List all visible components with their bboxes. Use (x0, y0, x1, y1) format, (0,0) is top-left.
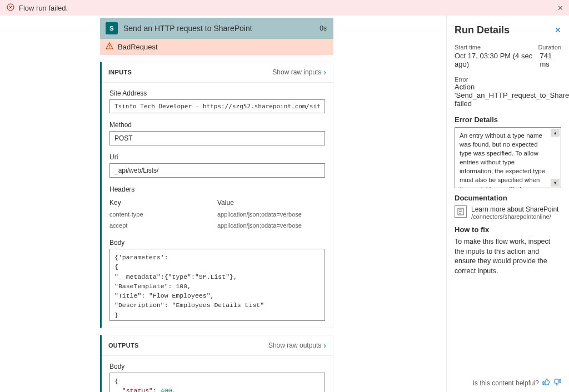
svg-point-4 (109, 47, 109, 48)
inputs-section-label: INPUTS (108, 69, 132, 76)
close-panel-icon[interactable]: ✕ (555, 26, 561, 34)
body-input-code[interactable]: {'parameters': { "__metadata":{"type":"S… (109, 249, 325, 321)
document-icon (455, 205, 467, 218)
action-title: Send an HTTP request to SharePoint (123, 24, 252, 33)
doc-link-title: Learn more about SharePoint (471, 205, 558, 213)
error-circle-icon (7, 3, 14, 13)
body-output-code[interactable]: { "status": 400, "message": "An entry wi… (109, 373, 325, 392)
close-banner-icon[interactable]: ✕ (557, 4, 563, 12)
scroll-up-icon[interactable]: ▴ (551, 129, 560, 137)
badrequest-bar: BadRequest (100, 39, 333, 55)
action-duration: 0s (320, 24, 327, 32)
table-row: content-type application/json;odata=verb… (109, 209, 325, 220)
outputs-section-label: OUTPUTS (108, 342, 139, 349)
method-input[interactable] (109, 131, 325, 145)
howto-text: To make this flow work, inspect the inpu… (455, 237, 561, 276)
site-address-label: Site Address (109, 89, 325, 97)
start-time-value: Oct 17, 03:30 PM (4 sec ago) (455, 52, 540, 68)
error-details-label: Error Details (455, 115, 561, 124)
chevron-right-icon: › (323, 341, 326, 350)
output-body-label: Body (109, 363, 325, 370)
thumbs-down-icon[interactable] (553, 378, 561, 388)
body-label: Body (109, 239, 325, 247)
howto-label: How to fix (455, 225, 561, 234)
outputs-section: OUTPUTS Show raw outputs › Body { "statu… (100, 335, 333, 392)
feedback-bar: Is this content helpful? (473, 378, 561, 388)
scroll-down-icon[interactable]: ▾ (551, 179, 560, 187)
error-label: Error (455, 76, 561, 83)
headers-label: Headers (109, 185, 325, 193)
action-card: S Send an HTTP request to SharePoint 0s … (100, 18, 333, 392)
run-details-title: Run Details (455, 24, 561, 36)
duration-label: Duration (538, 44, 561, 51)
headers-col-value: Value (217, 199, 325, 207)
show-raw-outputs-link[interactable]: Show raw outputs › (268, 341, 326, 350)
badrequest-label: BadRequest (118, 43, 158, 51)
run-details-panel: Run Details ✕ Start time Duration Oct 17… (447, 16, 569, 392)
site-address-input[interactable] (109, 99, 325, 113)
duration-value: 741 ms (540, 52, 561, 68)
doc-link-path: /connectors/sharepointonline/ (471, 213, 558, 220)
table-row: accept application/json;odata=verbose (109, 220, 325, 231)
error-text: Action 'Send_an_HTTP_request_to_SharePoi… (455, 83, 561, 108)
documentation-label: Documentation (455, 194, 561, 202)
run-content-panel: S Send an HTTP request to SharePoint 0s … (0, 16, 447, 392)
start-time-label: Start time (455, 44, 481, 51)
doc-link[interactable]: Learn more about SharePoint /connectors/… (455, 205, 561, 220)
uri-label: Uri (109, 153, 325, 161)
feedback-text: Is this content helpful? (473, 379, 539, 387)
action-header[interactable]: S Send an HTTP request to SharePoint 0s (100, 18, 333, 39)
show-raw-inputs-link[interactable]: Show raw inputs › (272, 68, 326, 77)
error-details-box[interactable]: ▴ An entry without a type name was found… (455, 127, 561, 188)
method-label: Method (109, 121, 325, 129)
thumbs-up-icon[interactable] (542, 378, 550, 388)
chevron-right-icon: › (323, 68, 326, 77)
sharepoint-icon: S (106, 22, 118, 34)
inputs-section: INPUTS Show raw inputs › Site Address Me… (100, 62, 333, 328)
headers-col-key: Key (109, 199, 217, 207)
uri-input[interactable] (109, 163, 325, 178)
warning-icon (106, 42, 113, 52)
error-banner: Flow run failed. ✕ (0, 0, 569, 16)
error-banner-text: Flow run failed. (19, 4, 68, 12)
